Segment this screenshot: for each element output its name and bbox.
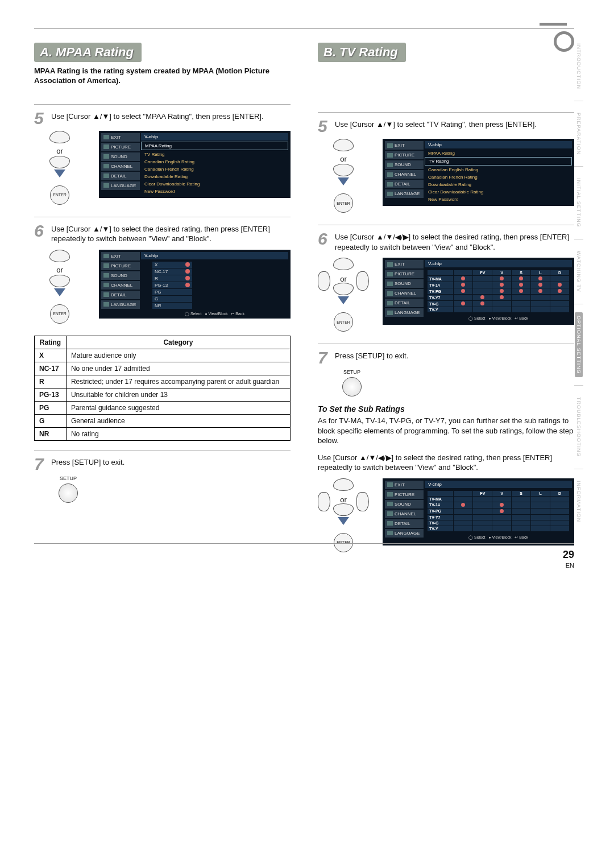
osd-nav-item: SOUND: [385, 500, 424, 509]
setup-button-illustration: SETUP: [335, 369, 369, 396]
intro-mpaa: MPAA Rating is the rating system created…: [34, 67, 291, 86]
osd-nav-icon: [103, 283, 109, 287]
osd-nav-item: LANGUAGE: [101, 181, 140, 190]
block-icon: [185, 276, 190, 280]
osd-nav-icon: [387, 282, 393, 286]
osd-nav-item: PICTURE: [101, 143, 140, 151]
block-icon: [500, 283, 504, 287]
block-icon: [185, 262, 190, 267]
osd-nav-icon: [103, 292, 109, 297]
osd-nav-item: PICTURE: [385, 151, 424, 159]
osd-rating-row: G: [152, 296, 192, 303]
osd-nav-icon: [103, 273, 109, 278]
rating-code: PG: [35, 401, 67, 414]
cursor-up-icon: [49, 131, 70, 143]
osd-mpaa-ratings: EXITPICTURESOUNDCHANNELDETAILLANGUAGEV-c…: [99, 250, 291, 319]
or-label: or: [56, 147, 63, 155]
step-text: Press [SETUP] to exit.: [335, 351, 574, 361]
page-number: 29 EN: [563, 549, 574, 569]
side-tab: INITIAL SETTING: [575, 175, 583, 231]
tab-separator: [574, 239, 583, 239]
block-icon: [461, 503, 465, 507]
tab-separator: [574, 385, 583, 386]
osd-rating-row: PG-13: [152, 282, 192, 289]
osd-tv-grid: FVVSLDTV-MATV-14TV-PGTV-Y7TV-GTV-Y: [427, 490, 570, 532]
heading-mpaa: A. MPAA Rating: [34, 43, 142, 62]
side-tab: OPTIONAL SETTING: [575, 312, 583, 378]
setup-label: SETUP: [335, 369, 369, 375]
rating-category: Restricted; under 17 requires accompanyi…: [66, 375, 290, 388]
rule-bottom: [34, 543, 574, 544]
osd-nav-icon: [387, 531, 393, 535]
osd-nav-item: EXIT: [385, 141, 424, 150]
osd-menu-item: Canadian French Rating: [425, 173, 572, 181]
osd-nav-item: PICTURE: [385, 490, 424, 499]
osd-nav-item: LANGUAGE: [385, 189, 424, 198]
osd-menu-item: Downloadable Rating: [141, 173, 288, 180]
rating-category: No rating: [66, 427, 290, 440]
osd-footer: ◯ Select ● View/Block ↩ Back: [141, 309, 288, 316]
osd-footer: ◯ Select ● View/Block ↩ Back: [425, 533, 572, 540]
rating-category: Unsuitable for children under 13: [66, 388, 290, 401]
osd-menu-item: Canadian English Rating: [141, 158, 288, 166]
osd-nav-icon: [387, 182, 393, 187]
column-mpaa: A. MPAA Rating MPAA Rating is the rating…: [34, 43, 291, 564]
table-row: XMature audience only: [35, 349, 291, 362]
osd-nav-icon: [387, 502, 393, 506]
osd-nav-item: PICTURE: [101, 262, 140, 270]
separator: [34, 104, 291, 105]
osd-nav-icon: [387, 143, 393, 148]
enter-button-icon: ENTER: [50, 185, 69, 205]
osd-nav-item: CHANNEL: [101, 162, 140, 171]
block-icon: [558, 283, 562, 287]
setup-button-illustration: SETUP: [51, 476, 85, 503]
enter-button-icon: ENTER: [50, 304, 69, 324]
osd-rating-row: NR: [152, 303, 192, 309]
separator: [318, 344, 574, 344]
osd-nav-icon: [387, 511, 393, 516]
block-icon: [519, 283, 523, 287]
rating-code: R: [35, 375, 67, 388]
tab-separator: [574, 166, 583, 167]
rating-code: NC-17: [35, 362, 67, 375]
setup-button-icon: [59, 483, 78, 503]
osd-nav-icon: [103, 144, 109, 149]
rating-code: X: [35, 349, 67, 362]
osd-nav-item: EXIT: [101, 252, 140, 261]
step-number: 5: [318, 119, 331, 133]
cursor-down-icon: [49, 156, 70, 168]
osd-rating-row: R: [152, 275, 192, 282]
osd-nav-item: EXIT: [101, 133, 140, 142]
osd-rating-row: NC-17: [152, 268, 192, 275]
remote-updown: or ENTER: [318, 139, 369, 214]
osd-nav-icon: [387, 262, 393, 267]
rating-code: PG-13: [35, 388, 67, 401]
side-tab: INFORMATION: [575, 477, 583, 526]
block-icon: [519, 276, 523, 280]
step-text: Use [Cursor ▲/▼/◀/▶] to select the desir…: [335, 232, 574, 252]
osd-title: V-chip: [425, 141, 572, 148]
osd-title: V-chip: [141, 133, 288, 140]
step-number: 7: [318, 351, 331, 365]
sub-ratings-heading: To Set the Sub Ratings: [318, 404, 574, 414]
step-a7: 7 Press [SETUP] to exit.: [34, 457, 291, 471]
step-b6: 6 Use [Cursor ▲/▼/◀/▶] to select the des…: [318, 232, 574, 252]
table-row: GGeneral audience: [35, 414, 291, 427]
block-icon: [538, 289, 542, 293]
or-label: or: [56, 266, 63, 274]
rating-category: General audience: [66, 414, 290, 427]
osd-nav-icon: [387, 301, 393, 305]
cursor-right-icon: [356, 271, 369, 291]
cursor-down-icon: [333, 164, 354, 176]
osd-menu-item: Clear Downloadable Rating: [141, 180, 288, 188]
osd-nav-item: EXIT: [385, 481, 424, 489]
tab-separator: [574, 469, 583, 469]
block-icon: [185, 283, 190, 287]
osd-mpaa-list: XNC-17RPG-13PGGNR: [152, 262, 192, 309]
osd-nav-icon: [103, 164, 109, 168]
block-icon: [500, 295, 504, 299]
side-tab: TROUBLESHOOTING: [575, 394, 583, 461]
osd-footer: ◯ Select ● View/Block ↩ Back: [425, 314, 572, 321]
osd-nav-item: DETAIL: [385, 180, 424, 188]
step-number: 5: [34, 111, 48, 125]
